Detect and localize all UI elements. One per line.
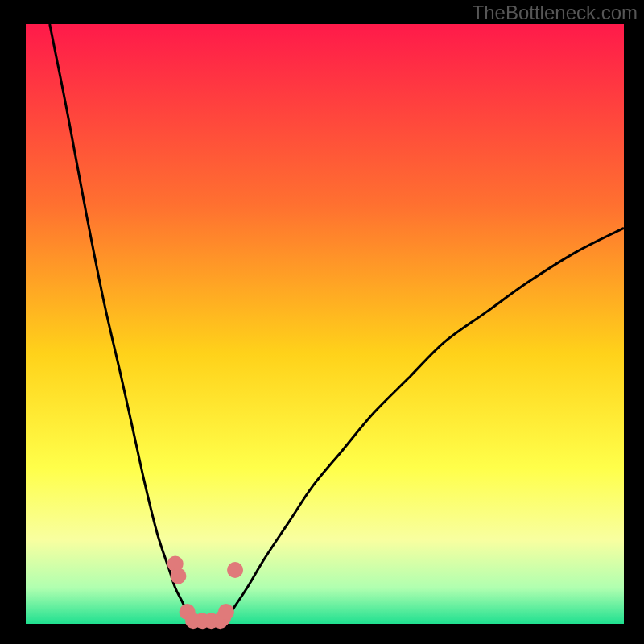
marker-point	[218, 604, 234, 620]
bottleneck-chart	[0, 0, 644, 644]
chart-container: TheBottleneck.com	[0, 0, 644, 644]
plot-background	[26, 24, 624, 624]
attribution-text: TheBottleneck.com	[473, 2, 638, 24]
marker-point	[170, 568, 186, 584]
marker-point	[227, 562, 243, 578]
